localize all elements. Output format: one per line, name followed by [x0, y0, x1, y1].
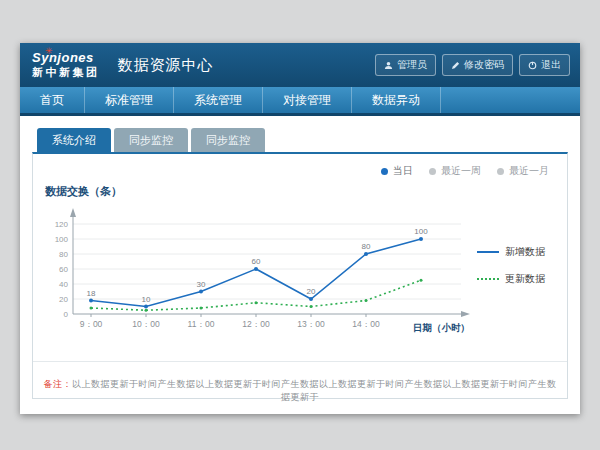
range-filter-label: 最近一月	[509, 164, 549, 178]
svg-text:12：00: 12：00	[242, 319, 270, 329]
nav-item-home[interactable]: 首页	[20, 87, 85, 113]
chart-panel: 当日 最近一周 最近一月 数据交换（条） 0204060801001209：00…	[32, 152, 568, 399]
range-filter-label: 最近一周	[441, 164, 481, 178]
chart-row: 0204060801001209：0010：0011：0012：0013：001…	[43, 201, 557, 351]
nav-item-standard-management[interactable]: 标准管理	[85, 87, 174, 113]
range-filter-group: 当日 最近一周 最近一月	[381, 164, 549, 178]
logo-text: Synjones	[32, 51, 100, 66]
range-filter-today[interactable]: 当日	[381, 164, 413, 178]
line-chart: 0204060801001209：0010：0011：0012：0013：001…	[43, 201, 473, 351]
svg-text:18: 18	[87, 289, 96, 298]
svg-text:20: 20	[307, 287, 316, 296]
svg-text:20: 20	[59, 295, 68, 304]
header-actions: 管理员 修改密码 退出	[375, 54, 570, 76]
nav-item-data-change[interactable]: 数据异动	[352, 87, 441, 113]
admin-user-button[interactable]: 管理员	[375, 54, 436, 76]
tab-sync-monitor-1[interactable]: 同步监控	[114, 128, 188, 152]
admin-user-label: 管理员	[397, 58, 427, 72]
logout-icon	[528, 61, 537, 70]
logo-subtext: 新中新集团	[32, 66, 100, 79]
svg-text:100: 100	[414, 227, 428, 236]
page-title: 数据资源中心	[118, 56, 214, 75]
svg-text:40: 40	[59, 280, 68, 289]
tab-sync-monitor-2[interactable]: 同步监控	[191, 128, 265, 152]
change-password-label: 修改密码	[464, 58, 504, 72]
legend-label: 新增数据	[505, 245, 545, 259]
svg-text:80: 80	[362, 242, 371, 251]
pencil-icon	[451, 61, 460, 70]
dot-icon	[429, 168, 436, 175]
svg-text:30: 30	[197, 280, 206, 289]
remark-label: 备注：	[44, 379, 73, 389]
remark-text: 备注：以上数据更新于时间产生数据以上数据更新于时间产生数据以上数据更新于时间产生…	[43, 378, 557, 404]
divider	[33, 361, 567, 362]
logout-label: 退出	[541, 58, 561, 72]
svg-text:10: 10	[142, 295, 151, 304]
svg-text:14：00: 14：00	[352, 319, 380, 329]
svg-text:日期（小时）: 日期（小时）	[413, 322, 470, 334]
logout-button[interactable]: 退出	[519, 54, 570, 76]
range-filter-last-week[interactable]: 最近一周	[429, 164, 481, 178]
line-sample-icon	[477, 251, 499, 253]
svg-text:13：00: 13：00	[297, 319, 325, 329]
svg-text:10：00: 10：00	[132, 319, 160, 329]
app-header: ✳ Synjones 新中新集团 数据资源中心 管理员 修改密码	[20, 43, 580, 87]
tab-bar: 系统介绍 同步监控 同步监控	[32, 128, 568, 152]
logo: ✳ Synjones 新中新集团	[32, 51, 100, 79]
nav-item-interface-management[interactable]: 对接管理	[263, 87, 352, 113]
svg-text:120: 120	[55, 220, 69, 229]
nav-item-system-management[interactable]: 系统管理	[174, 87, 263, 113]
tab-system-intro[interactable]: 系统介绍	[37, 128, 111, 152]
svg-text:60: 60	[252, 257, 261, 266]
svg-text:0: 0	[64, 310, 69, 319]
series-legend: 新增数据 更新数据	[473, 179, 557, 351]
dot-icon	[497, 168, 504, 175]
svg-text:11：00: 11：00	[188, 319, 215, 329]
svg-text:100: 100	[55, 235, 69, 244]
main-nav: 首页 标准管理 系统管理 对接管理 数据异动	[20, 87, 580, 116]
range-filter-last-month[interactable]: 最近一月	[497, 164, 549, 178]
legend-entry-new-data[interactable]: 新增数据	[477, 245, 557, 259]
change-password-button[interactable]: 修改密码	[442, 54, 513, 76]
range-filter-label: 当日	[393, 164, 413, 178]
user-icon	[384, 61, 393, 70]
svg-text:60: 60	[59, 265, 68, 274]
dot-icon	[381, 168, 388, 175]
legend-label: 更新数据	[505, 272, 545, 286]
app-window: ✳ Synjones 新中新集团 数据资源中心 管理员 修改密码	[20, 43, 580, 414]
legend-entry-updated-data[interactable]: 更新数据	[477, 272, 557, 286]
logo-star-icon: ✳	[45, 46, 53, 56]
svg-text:80: 80	[59, 250, 68, 259]
content-area: 系统介绍 同步监控 同步监控 当日 最近一周 最近一月 数据交换（条）	[20, 116, 580, 399]
remark-body: 以上数据更新于时间产生数据以上数据更新于时间产生数据以上数据更新于时间产生数据以…	[72, 379, 557, 402]
line-sample-icon	[477, 278, 499, 280]
svg-text:9：00: 9：00	[80, 319, 103, 329]
